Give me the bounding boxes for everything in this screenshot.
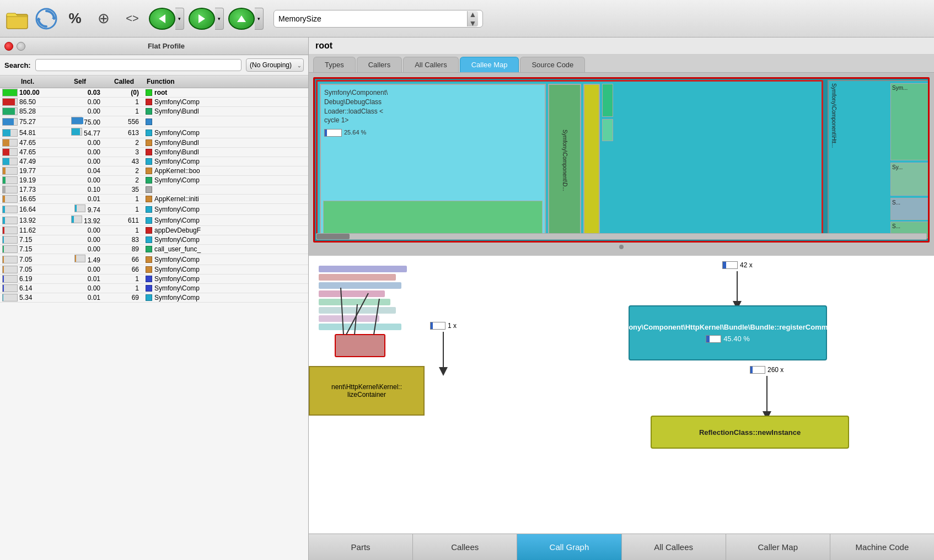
spinner-control[interactable]: ▲ ▼ <box>467 11 478 26</box>
back-dropdown[interactable]: ▾ <box>175 8 184 30</box>
tab-callee-map[interactable]: Callee Map <box>460 57 519 72</box>
map-small-block-2 <box>602 119 613 141</box>
func-name: Symfony\Comp <box>154 206 200 213</box>
table-row[interactable]: 17.73 0.10 35 <box>0 185 308 195</box>
tab-all-callers[interactable]: All Callers <box>403 57 459 72</box>
table-row[interactable]: 6.19 0.01 1 Symfony\Comp <box>0 274 308 284</box>
tab-machine-code[interactable]: Machine Code <box>830 534 934 560</box>
compare-button[interactable]: <> <box>120 7 144 31</box>
tab-parts[interactable]: Parts <box>309 534 413 560</box>
table-row[interactable]: 47.49 0.00 43 Symfony\Comp <box>0 157 308 166</box>
table-row[interactable]: 86.50 0.00 1 Symfony\Comp <box>0 98 308 107</box>
incl-cell: 7.15 <box>0 236 55 244</box>
table-row[interactable]: 75.27 75.00 556 <box>0 116 308 127</box>
table-row[interactable]: 7.05 1.49 66 Symfony\Comp <box>0 254 308 265</box>
table-row[interactable]: 54.81 54.77 613 Symfony\Comp <box>0 127 308 138</box>
incl-bar <box>2 158 18 165</box>
table-row[interactable]: 6.14 0.00 1 Symfony\Comp <box>0 284 308 293</box>
incl-value: 47.65 <box>19 139 36 147</box>
tab-types[interactable]: Types <box>313 57 356 72</box>
called-cell: 35 <box>105 186 143 193</box>
func-color-box <box>146 246 152 252</box>
tab-source-code[interactable]: Source Code <box>520 57 585 72</box>
table-row[interactable]: 7.15 0.00 83 Symfony\Comp <box>0 235 308 245</box>
grouping-select[interactable]: (No Grouping) By Library By File <box>246 58 304 72</box>
tab-caller-map[interactable]: Caller Map <box>726 534 830 560</box>
func-cell: Symfony\Comp <box>143 129 308 137</box>
minimize-button[interactable] <box>17 42 25 51</box>
callee-map-area: Symfony\Component\Debug\DebugClassLoader… <box>309 73 934 256</box>
table-row[interactable]: 19.19 0.00 2 Symfony\Comp <box>0 176 308 185</box>
incl-bar <box>2 284 18 292</box>
move-button[interactable]: ⊕ <box>92 7 116 31</box>
called-cell: 3 <box>105 148 143 156</box>
tab-all-callees[interactable]: All Callees <box>622 534 726 560</box>
col-header-called[interactable]: Called <box>105 78 143 85</box>
table-row[interactable]: 13.92 13.92 611 Symfony\Comp <box>0 215 308 226</box>
back-button[interactable] <box>149 8 175 30</box>
called-cell: 43 <box>105 158 143 165</box>
incl-bar-fill <box>3 130 10 136</box>
self-cell: 0.01 <box>55 275 105 283</box>
table-row[interactable]: 11.62 0.00 1 appDevDebugF <box>0 226 308 235</box>
func-cell: Symfony\Bundl <box>143 107 308 115</box>
col-header-self[interactable]: Self <box>55 78 105 85</box>
percent-button[interactable]: % <box>63 7 87 31</box>
table-row[interactable]: 85.28 0.00 1 Symfony\Bundl <box>0 107 308 116</box>
up-button[interactable] <box>228 8 255 30</box>
memory-size-dropdown[interactable]: MemorySize ▲ ▼ <box>273 10 483 28</box>
forward-button[interactable] <box>189 8 215 30</box>
arrow-42x-text: 42 x <box>740 261 753 269</box>
center-node[interactable]: Symfony\Component\HttpKernel\Bundle\Bund… <box>629 305 827 360</box>
func-color-box <box>146 217 152 224</box>
incl-bar-fill <box>3 217 5 224</box>
forward-dropdown[interactable]: ▾ <box>215 8 224 30</box>
table-row[interactable]: 5.34 0.01 69 Symfony\Comp <box>0 293 308 303</box>
map-second-block[interactable]: Symfony\Component\Htt... Sym... Sy... S.… <box>828 80 930 239</box>
incl-value: 85.28 <box>19 107 36 115</box>
tab-callees[interactable]: Callees <box>413 534 517 560</box>
incl-bar <box>2 294 18 301</box>
called-cell: 1 <box>105 284 143 292</box>
svg-rect-13 <box>319 315 379 322</box>
folder-button[interactable] <box>6 7 30 31</box>
close-button[interactable] <box>4 42 13 51</box>
incl-bar <box>2 148 18 156</box>
search-input[interactable] <box>35 59 241 71</box>
caller-minimap[interactable]: 16.64 % <box>313 260 423 381</box>
table-row[interactable]: 19.77 0.04 2 AppKernel::boo <box>0 166 308 176</box>
called-cell: 1 <box>105 195 143 203</box>
self-cell: 0.00 <box>55 107 105 115</box>
table-row[interactable]: 47.65 0.00 2 Symfony\Bundl <box>0 138 308 148</box>
table-row[interactable]: 47.65 0.00 3 Symfony\Bundl <box>0 148 308 157</box>
self-cell: 75.00 <box>55 117 105 126</box>
incl-bar-fill <box>3 168 6 174</box>
self-bar-fill <box>72 216 74 223</box>
callee-map-inner[interactable]: Symfony\Component\Debug\DebugClassLoader… <box>313 77 930 243</box>
incl-bar-fill <box>3 158 9 165</box>
center-node-percent: 45.40 % <box>706 335 750 343</box>
map-sub-region-2: Sy... <box>890 163 930 196</box>
tab-call-graph[interactable]: Call Graph <box>517 534 621 560</box>
table-row[interactable]: 7.05 0.00 66 Symfony\Comp <box>0 265 308 274</box>
table-row[interactable]: 100.00 0.03 (0) root <box>0 88 308 98</box>
map-main-block[interactable]: Symfony\Component\Debug\DebugClassLoader… <box>316 80 823 239</box>
up-dropdown[interactable]: ▾ <box>255 8 264 30</box>
func-color-box <box>146 285 152 292</box>
col-header-function[interactable]: Function <box>143 78 308 85</box>
svg-rect-14 <box>319 324 401 330</box>
table-row[interactable]: 7.15 0.00 89 call_user_func_ <box>0 245 308 254</box>
func-color-box <box>146 149 152 155</box>
bottom-right-node[interactable]: ReflectionClass::newInstance <box>651 416 849 449</box>
map-scrollbar[interactable] <box>316 233 927 240</box>
incl-value: 16.65 <box>19 195 36 203</box>
col-header-incl[interactable]: Incl. <box>0 78 55 85</box>
refresh-button[interactable] <box>34 7 58 31</box>
table-row[interactable]: 16.64 9.74 1 Symfony\Comp <box>0 204 308 215</box>
incl-cell: 7.05 <box>0 256 55 263</box>
func-name: Symfony\Comp <box>154 284 200 292</box>
incl-cell: 16.64 <box>0 206 55 213</box>
bottom-left-node[interactable]: nent\HttpKernel\Kernel:: lizeContainer <box>309 366 425 416</box>
table-row[interactable]: 16.65 0.01 1 AppKernel::initi <box>0 195 308 204</box>
tab-callers[interactable]: Callers <box>357 57 402 72</box>
